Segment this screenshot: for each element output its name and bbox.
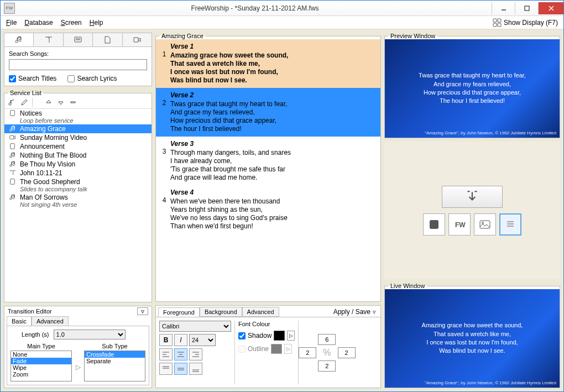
checkbox-search-lyrics[interactable]: Search Lyrics (67, 75, 117, 82)
svg-rect-9 (134, 38, 138, 42)
lyrics-panel: Amazing Grace 1Verse 1Amazing grace how … (155, 33, 381, 302)
valign-middle-button[interactable] (174, 363, 187, 375)
menu-database[interactable]: Database (24, 19, 53, 27)
font-select[interactable]: Calibri (159, 321, 231, 332)
live-credit: "Amazing Grace", by John Newton, © 1982 … (425, 380, 556, 385)
service-list-item[interactable]: Announcement (4, 142, 152, 151)
margin-bottom-input[interactable] (318, 360, 336, 372)
italic-button[interactable]: I (174, 334, 187, 346)
svg-rect-12 (10, 144, 14, 149)
sl-move-down-icon[interactable] (56, 98, 65, 107)
verse-block[interactable]: 4Verse 4When we've been there ten thousa… (156, 185, 380, 234)
length-label: Length (s) (22, 331, 49, 338)
transition-editor-panel: Transition Editor ▿ Basic Advanced Lengt… (4, 306, 152, 388)
sub-type-list[interactable]: CrossfadeSeparate (84, 351, 145, 381)
tab-transition-basic[interactable]: Basic (7, 316, 32, 326)
main-type-list[interactable]: NoneFadeWipeZoom (11, 351, 72, 381)
service-list-item[interactable]: The Good ShepherdSlides to accompany tal… (4, 177, 152, 193)
menu-screen[interactable]: Screen (61, 19, 82, 27)
service-list-item[interactable]: Be Thou My Vision (4, 160, 152, 169)
svg-rect-4 (493, 19, 497, 22)
font-colour-label: Font Colour (238, 321, 295, 327)
app-icon: FW (4, 3, 15, 14)
shadow-colour-swatch[interactable] (274, 331, 285, 341)
image-button[interactable] (474, 213, 496, 236)
svg-rect-5 (498, 19, 501, 22)
live-window-label: Live Window (388, 283, 427, 289)
tab-advanced[interactable]: Advanced (242, 307, 279, 317)
window-title: FreeWorship - *Sunday 21-11-2012 AM.fws (18, 4, 492, 12)
preview-window[interactable]: Twas grace that taught my heart to fear,… (385, 39, 560, 138)
service-list-item[interactable]: John 10:11-21 (4, 169, 152, 177)
go-live-button[interactable] (442, 186, 503, 208)
sl-remove-icon[interactable] (69, 98, 77, 107)
sub-type-label: Sub Type (84, 343, 145, 349)
maximize-button[interactable] (515, 2, 538, 14)
svg-rect-14 (430, 220, 438, 229)
arrow-right-icon: ▷ (74, 343, 82, 381)
tab-transition-advanced[interactable]: Advanced (32, 316, 69, 326)
transition-collapse-icon[interactable]: ▿ (137, 307, 148, 315)
menubar: File Database Screen Help Show Display (… (1, 16, 563, 29)
valign-top-button[interactable] (159, 363, 173, 375)
shadow-checkbox[interactable] (238, 332, 246, 339)
apply-save-button[interactable]: Apply / Save ▿ (331, 308, 378, 316)
sl-add-song-icon[interactable] (8, 98, 17, 107)
align-right-button[interactable] (189, 348, 202, 360)
show-display-button[interactable]: Show Display (F7) (493, 18, 558, 27)
margin-top-input[interactable] (318, 334, 336, 345)
align-center-button[interactable] (174, 348, 187, 360)
svg-text:FW: FW (455, 221, 466, 229)
menu-file[interactable]: File (6, 19, 17, 27)
checkbox-search-titles[interactable]: Search Titles (9, 75, 56, 82)
tab-background[interactable]: Background (200, 307, 242, 317)
main-type-label: Main Type (11, 343, 72, 349)
service-list-item[interactable]: Man Of SorrowsNot singing 4th verse (4, 193, 152, 208)
tab-video[interactable] (123, 33, 152, 46)
service-list-item[interactable]: Sunday Morning Video (4, 133, 152, 142)
transition-editor-label: Transition Editor (8, 308, 52, 315)
align-left-button[interactable] (159, 348, 173, 360)
verse-block[interactable]: 1Verse 1Amazing grace how sweet the soun… (156, 39, 380, 88)
text-button[interactable] (499, 213, 521, 236)
search-input[interactable] (9, 59, 147, 70)
margin-right-input[interactable] (338, 347, 356, 358)
outline-colour-dropdown: ▷ (284, 344, 292, 354)
verse-block[interactable]: 3Verse 3Through many dangers, toils, and… (156, 137, 380, 185)
service-list-item[interactable]: Nothing But The Blood (4, 151, 152, 160)
search-label: Search Songs: (9, 50, 147, 57)
bold-button[interactable]: B (159, 334, 173, 346)
close-button[interactable] (538, 2, 563, 14)
sl-edit-icon[interactable] (20, 98, 29, 107)
font-size-select[interactable]: 24 (189, 334, 216, 346)
outline-checkbox (238, 346, 246, 353)
shadow-colour-dropdown[interactable]: ▷ (287, 331, 295, 341)
verse-block[interactable]: 2Verse 2Twas grace that taught my heart … (156, 88, 380, 137)
search-panel: Search Songs: Search Titles Search Lyric… (4, 33, 152, 86)
tab-songs[interactable] (4, 33, 34, 46)
preview-panel: Preview Window Twas grace that taught my… (384, 33, 560, 138)
live-window[interactable]: Amazing grace how sweet the sound,That s… (385, 289, 560, 388)
song-title: Amazing Grace (159, 33, 206, 39)
tab-page[interactable] (93, 33, 122, 46)
percent-icon: % (323, 348, 331, 358)
service-list-item[interactable]: NoticesLoop before service (4, 109, 152, 124)
service-list-item[interactable]: Amazing Grace (4, 124, 152, 133)
length-select[interactable]: 1.0 (54, 330, 126, 339)
menu-help[interactable]: Help (90, 19, 103, 27)
tab-presentation[interactable] (64, 33, 93, 46)
preview-window-label: Preview Window (388, 33, 437, 39)
live-panel: Live Window Amazing grace how sweet the … (384, 283, 560, 388)
tab-foreground[interactable]: Foreground (158, 307, 200, 317)
margin-left-input[interactable] (299, 347, 316, 358)
sl-move-up-icon[interactable] (44, 98, 53, 107)
control-panel: FW (384, 142, 560, 279)
valign-bottom-button[interactable] (189, 363, 202, 375)
logo-button[interactable]: FW (448, 213, 471, 236)
minimize-button[interactable] (492, 2, 515, 14)
svg-rect-11 (9, 135, 13, 139)
svg-rect-7 (498, 23, 501, 27)
tab-bible[interactable] (34, 33, 63, 46)
titlebar: FW FreeWorship - *Sunday 21-11-2012 AM.f… (1, 1, 563, 16)
blank-screen-button[interactable] (423, 213, 445, 236)
